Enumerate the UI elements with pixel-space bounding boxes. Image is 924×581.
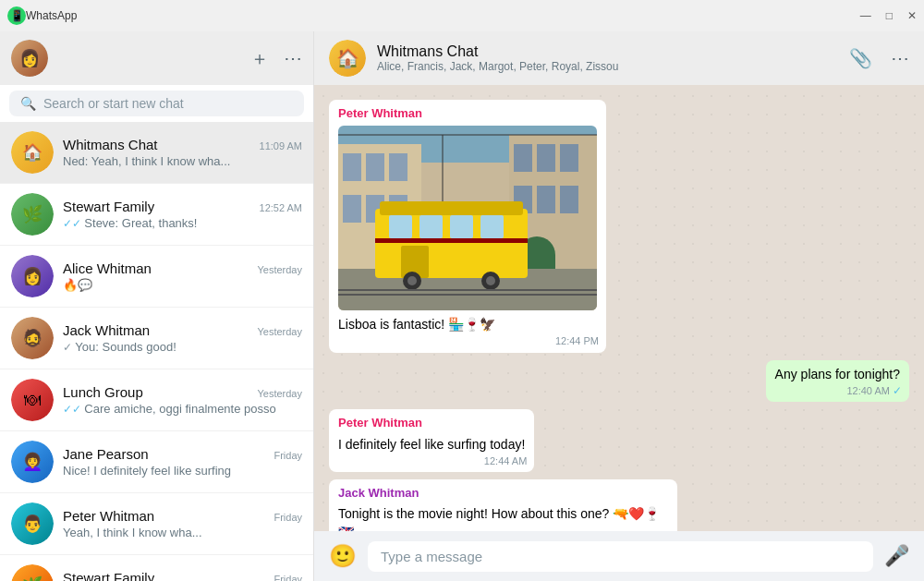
chat-name: Peter Whitman xyxy=(63,508,154,524)
chat-list-item-jane[interactable]: 👩‍🦱 Jane Pearson Friday Nice! I definite… xyxy=(0,431,313,493)
chat-top: Peter Whitman Friday xyxy=(63,508,302,524)
chat-avatar: 🍽 xyxy=(11,379,54,421)
menu-icon[interactable]: ⋯ xyxy=(284,47,302,69)
chat-avatar: 👩 xyxy=(11,255,54,297)
chat-list-item-stewart2[interactable]: 🌿 Stewart Family Friday Steve: Great, th… xyxy=(0,555,313,581)
svg-rect-11 xyxy=(537,144,555,172)
maximize-button[interactable]: □ xyxy=(886,9,893,22)
titlebar: 📱 WhatsApp — □ ✕ xyxy=(0,0,924,31)
chat-avatar: 🏠 xyxy=(11,131,54,174)
chat-top: Alice Whitman Yesterday xyxy=(63,260,302,276)
chat-list-item-jack[interactable]: 🧔 Jack Whitman Yesterday ✓ You: Sounds g… xyxy=(0,308,313,369)
chat-info: Stewart Family Friday Steve: Great, than… xyxy=(63,570,302,581)
chat-list-item-whitmans[interactable]: 🏠 Whitmans Chat 11:09 AM Ned: Yeah, I th… xyxy=(0,122,313,184)
chat-time: Friday xyxy=(274,574,302,581)
header-icons: 📎 ⋯ xyxy=(849,47,909,69)
message-bubble-m4: Jack WhitmanTonight is the movie night! … xyxy=(329,479,677,531)
svg-rect-22 xyxy=(450,215,473,238)
chat-menu-icon[interactable]: ⋯ xyxy=(891,47,909,69)
chat-info: Lunch Group Yesterday ✓✓ Care amiche, og… xyxy=(63,384,302,416)
chat-time: Friday xyxy=(274,512,302,523)
msg-sender: Peter Whitman xyxy=(338,415,525,431)
main-layout: 👩 ＋ ⋯ 🔍 🏠 Whitmans Chat 11:09 AM xyxy=(0,31,924,581)
chat-list-item-lunch[interactable]: 🍽 Lunch Group Yesterday ✓✓ Care amiche, … xyxy=(0,369,313,431)
chat-preview: 🔥💬 xyxy=(63,278,302,292)
search-input[interactable] xyxy=(43,96,293,111)
avatar-image: 🏠 xyxy=(11,131,54,174)
chat-avatar: 🌿 xyxy=(11,564,54,581)
chat-list-item-peter[interactable]: 👨 Peter Whitman Friday Yeah, I think I k… xyxy=(0,493,313,555)
msg-time: 12:40 AM ✓ xyxy=(846,383,902,399)
sidebar: 👩 ＋ ⋯ 🔍 🏠 Whitmans Chat 11:09 AM xyxy=(0,31,314,581)
chat-header-info: Whitmans Chat Alice, Francis, Jack, Marg… xyxy=(377,43,849,73)
chat-header-avatar-image: 🏠 xyxy=(329,40,366,77)
chat-list: 🏠 Whitmans Chat 11:09 AM Ned: Yeah, I th… xyxy=(0,122,313,581)
chat-info: Whitmans Chat 11:09 AM Ned: Yeah, I thin… xyxy=(63,137,302,168)
user-avatar[interactable]: 👩 xyxy=(11,40,48,77)
msg-text: Lisboa is fantastic! 🏪🍷🦅 xyxy=(338,317,495,332)
chat-time: 11:09 AM xyxy=(260,140,302,151)
messages: Peter Whitman xyxy=(314,85,924,531)
search-inner: 🔍 xyxy=(9,91,304,116)
chat-name: Whitmans Chat xyxy=(63,137,158,152)
chat-time: Yesterday xyxy=(257,326,302,337)
chat-header: 🏠 Whitmans Chat Alice, Francis, Jack, Ma… xyxy=(314,31,924,85)
chat-top: Stewart Family Friday xyxy=(63,570,302,581)
chat-preview: Nice! I definitely feel like surfing xyxy=(63,464,302,478)
chat-area: 🏠 Whitmans Chat Alice, Francis, Jack, Ma… xyxy=(314,31,924,581)
svg-rect-29 xyxy=(375,238,528,243)
chat-top: Jack Whitman Yesterday xyxy=(63,322,302,338)
chat-avatar: 🌿 xyxy=(11,193,54,236)
search-bar: 🔍 xyxy=(0,85,313,122)
window-controls: — □ ✕ xyxy=(860,9,917,22)
chat-preview: ✓✓ Steve: Great, thanks! xyxy=(63,216,302,230)
emoji-button[interactable]: 🙂 xyxy=(329,543,357,569)
attach-icon[interactable]: 📎 xyxy=(849,47,872,69)
msg-text: Any plans for tonight? xyxy=(775,367,900,381)
msg-sender: Jack Whitman xyxy=(338,485,668,502)
sidebar-header-icons: ＋ ⋯ xyxy=(250,46,302,71)
close-button[interactable]: ✕ xyxy=(907,9,917,22)
sidebar-header: 👩 ＋ ⋯ xyxy=(0,31,313,85)
svg-rect-21 xyxy=(419,215,443,238)
message-bubble-m2: Any plans for tonight?12:40 AM ✓ xyxy=(766,360,909,403)
message-input[interactable] xyxy=(368,541,873,572)
avatar-image: 🍽 xyxy=(11,379,54,421)
chat-top: Stewart Family 12:52 AM xyxy=(63,199,302,214)
chat-info: Alice Whitman Yesterday 🔥💬 xyxy=(63,260,302,292)
minimize-button[interactable]: — xyxy=(860,9,871,22)
search-icon: 🔍 xyxy=(20,96,36,111)
chat-list-item-stewart[interactable]: 🌿 Stewart Family 12:52 AM ✓✓ Steve: Grea… xyxy=(0,184,313,246)
chat-top: Whitmans Chat 11:09 AM xyxy=(63,137,302,152)
avatar-image: 👨 xyxy=(11,502,54,545)
chat-top: Jane Pearson Friday xyxy=(63,446,302,462)
new-chat-icon[interactable]: ＋ xyxy=(250,46,269,71)
chat-header-avatar[interactable]: 🏠 xyxy=(329,40,366,77)
chat-list-item-alice[interactable]: 👩 Alice Whitman Yesterday 🔥💬 xyxy=(0,246,313,308)
chat-name: Stewart Family xyxy=(63,570,154,581)
avatar-image: 🌿 xyxy=(11,193,54,236)
avatar-image: 🧔 xyxy=(11,317,54,359)
chat-info: Peter Whitman Friday Yeah, I think I kno… xyxy=(63,508,302,539)
message-input-bar: 🙂 🎤 xyxy=(314,531,924,581)
chat-top: Lunch Group Yesterday xyxy=(63,384,302,400)
msg-time: 12:44 AM xyxy=(484,454,527,468)
chat-preview: Yeah, I think I know wha... xyxy=(63,526,302,539)
chat-header-members: Alice, Francis, Jack, Margot, Peter, Roy… xyxy=(377,60,849,73)
msg-sender: Peter Whitman xyxy=(338,105,597,122)
app-title: WhatsApp xyxy=(26,9,860,22)
chat-avatar: 👨 xyxy=(11,502,54,545)
svg-rect-19 xyxy=(380,201,523,215)
svg-rect-6 xyxy=(343,195,361,223)
svg-rect-5 xyxy=(389,153,407,181)
msg-time: 12:44 PM xyxy=(555,334,599,348)
svg-rect-4 xyxy=(366,153,384,181)
mic-button[interactable]: 🎤 xyxy=(884,544,909,568)
chat-info: Jack Whitman Yesterday ✓ You: Sounds goo… xyxy=(63,322,302,354)
chat-time: Yesterday xyxy=(257,388,302,399)
msg-tick: ✓ xyxy=(893,384,902,397)
chat-avatar: 👩‍🦱 xyxy=(11,441,54,483)
svg-rect-15 xyxy=(560,186,578,213)
chat-info: Jane Pearson Friday Nice! I definitely f… xyxy=(63,446,302,478)
svg-point-28 xyxy=(486,276,495,285)
